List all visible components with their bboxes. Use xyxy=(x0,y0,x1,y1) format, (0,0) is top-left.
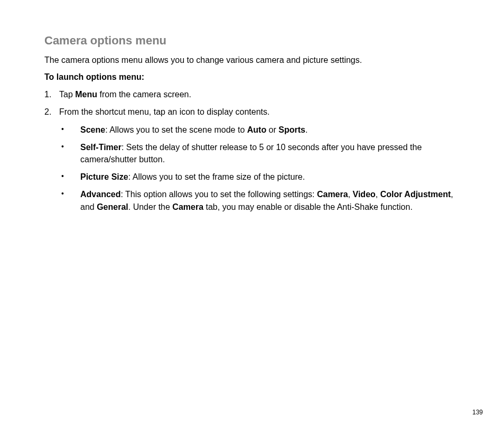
intro-paragraph: The camera options menu allows you to ch… xyxy=(44,54,460,66)
video-bold: Video xyxy=(353,190,376,199)
page-title: Camera options menu xyxy=(44,34,460,48)
sports-bold: Sports xyxy=(278,125,305,134)
step-number: 1. xyxy=(44,88,51,100)
option-self-timer: Self-Timer: Sets the delay of shutter re… xyxy=(61,141,460,165)
step-number: 2. xyxy=(44,106,51,118)
camera-bold: Camera xyxy=(317,190,348,199)
option-picture-size: Picture Size: Allows you to set the fram… xyxy=(61,171,460,183)
self-timer-label: Self-Timer xyxy=(80,143,122,152)
option-advanced: Advanced: This option allows you to set … xyxy=(61,188,460,212)
document-page: Camera options menu The camera options m… xyxy=(0,0,504,435)
page-number: 139 xyxy=(472,409,483,416)
picture-size-label: Picture Size xyxy=(80,172,128,181)
advanced-label: Advanced xyxy=(80,190,120,199)
options-list: Scene: Allows you to set the scene mode … xyxy=(59,124,460,213)
camera-tab-bold: Camera xyxy=(172,202,203,211)
steps-list: 1. Tap Menu from the camera screen. 2. F… xyxy=(44,88,460,213)
color-adjustment-bold: Color Adjustment xyxy=(380,190,451,199)
step-text: Tap Menu from the camera screen. xyxy=(59,90,191,99)
step-text: From the shortcut menu, tap an icon to d… xyxy=(59,107,269,116)
general-bold: General xyxy=(97,202,128,211)
step-1: 1. Tap Menu from the camera screen. xyxy=(44,88,460,100)
menu-bold: Menu xyxy=(75,90,97,99)
auto-bold: Auto xyxy=(247,125,266,134)
subheading: To launch options menu: xyxy=(44,72,460,82)
step-2: 2. From the shortcut menu, tap an icon t… xyxy=(44,106,460,212)
scene-label: Scene xyxy=(80,125,105,134)
option-scene: Scene: Allows you to set the scene mode … xyxy=(61,124,460,136)
